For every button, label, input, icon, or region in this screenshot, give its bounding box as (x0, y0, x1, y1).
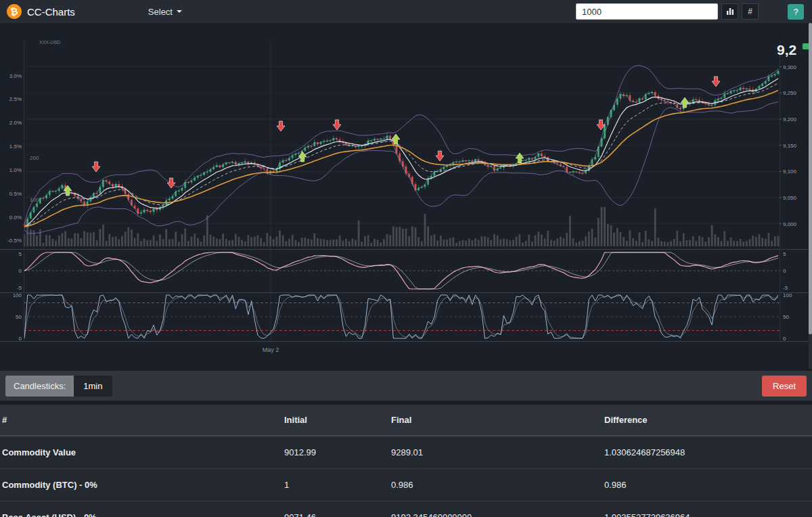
row-label: Base Asset (USD) - 0% (0, 501, 279, 517)
toolbar: Candlesticks: 1min Reset (0, 371, 812, 401)
svg-text:1.5%: 1.5% (9, 143, 22, 150)
table-row: Commodity Value9012.999289.011.030624687… (0, 436, 812, 469)
table-header-row: # Initial Final Difference (0, 405, 812, 436)
hash-button[interactable]: # (742, 3, 759, 20)
col-header-difference: Difference (599, 405, 812, 436)
svg-text:9,000: 9,000 (783, 221, 797, 227)
col-header-initial: Initial (279, 405, 386, 436)
svg-text:-5: -5 (783, 285, 788, 291)
svg-text:-0.5%: -0.5% (7, 238, 22, 244)
equalizer-icon (726, 7, 734, 16)
scrollbar-thumb[interactable] (809, 23, 812, 334)
svg-text:5: 5 (783, 251, 786, 257)
cell-initial: 9071.46 (279, 501, 386, 517)
table-row: Commodity (BTC) - 0%10.9860.986 (0, 469, 812, 501)
cell-difference: 1.030624687256948 (599, 436, 812, 469)
svg-text:9,200: 9,200 (783, 116, 797, 122)
svg-text:5: 5 (19, 251, 22, 257)
col-header-row-label: # (0, 405, 279, 436)
brand-title: CC-Charts (27, 6, 75, 18)
svg-text:May 2: May 2 (263, 346, 279, 353)
chevron-down-icon (177, 10, 182, 13)
navbar: ₿ CC-Charts Select # ? (0, 0, 812, 23)
cell-final: 0.986 (386, 469, 599, 501)
cell-initial: 1 (279, 469, 386, 501)
navbar-right: # ? (576, 3, 805, 20)
svg-text:100: 100 (30, 197, 39, 203)
svg-text:50: 50 (783, 314, 789, 320)
svg-text:2.5%: 2.5% (9, 96, 22, 102)
svg-text:100: 100 (783, 292, 792, 298)
svg-text:0: 0 (19, 268, 22, 274)
svg-text:9,250: 9,250 (783, 90, 797, 96)
brand[interactable]: ₿ CC-Charts (7, 4, 75, 19)
candlesticks-group: Candlesticks: 1min (5, 376, 112, 397)
col-header-final: Final (386, 405, 599, 436)
cell-final: 9192.345460000000 (386, 501, 599, 517)
svg-text:0.0%: 0.0% (9, 215, 22, 221)
current-price-ticker: 9,2 (777, 42, 796, 58)
svg-text:0: 0 (19, 336, 22, 342)
amount-input[interactable] (576, 3, 718, 20)
interval-1min-button[interactable]: 1min (74, 376, 112, 397)
table-row: Base Asset (USD) - 0%9071.469192.3454600… (0, 501, 812, 517)
results-section: # Initial Final Difference Commodity Val… (0, 405, 812, 517)
scrollbar[interactable] (809, 23, 812, 369)
svg-text:9,050: 9,050 (783, 195, 797, 201)
cell-difference: 1.0035527729636964 (599, 501, 812, 517)
svg-text:0: 0 (783, 268, 786, 274)
svg-text:0: 0 (783, 336, 786, 342)
svg-text:0.5%: 0.5% (9, 191, 22, 197)
select-dropdown[interactable]: Select (148, 7, 182, 17)
results-table: # Initial Final Difference Commodity Val… (0, 405, 812, 517)
svg-text:50: 50 (16, 314, 22, 320)
svg-text:1.0%: 1.0% (9, 167, 22, 173)
cell-final: 9289.01 (386, 436, 599, 469)
svg-text:100: 100 (13, 292, 22, 298)
select-label: Select (148, 7, 173, 17)
svg-text:9,100: 9,100 (783, 168, 797, 175)
svg-text:9,150: 9,150 (783, 143, 797, 149)
svg-text:2.0%: 2.0% (9, 120, 22, 126)
cell-difference: 0.986 (599, 469, 812, 501)
svg-text:3.0%: 3.0% (9, 73, 22, 79)
chart-section: 9,3009,2509,2009,1509,1009,0509,0003.0%2… (0, 23, 812, 369)
svg-text:200: 200 (30, 155, 39, 161)
candlesticks-label: Candlesticks: (5, 376, 74, 397)
svg-text:9,300: 9,300 (783, 64, 797, 70)
help-button[interactable]: ? (788, 4, 804, 20)
trading-chart[interactable]: 9,3009,2509,2009,1509,1009,0509,0003.0%2… (0, 23, 812, 369)
svg-text:XXX-USD: XXX-USD (39, 40, 60, 45)
cell-initial: 9012.99 (279, 436, 386, 469)
svg-text:-5: -5 (17, 285, 22, 291)
row-label: Commodity Value (0, 436, 279, 469)
bitcoin-logo-icon: ₿ (6, 3, 23, 20)
row-label: Commodity (BTC) - 0% (0, 469, 279, 501)
equalizer-button[interactable] (721, 3, 738, 20)
reset-button[interactable]: Reset (762, 376, 807, 397)
